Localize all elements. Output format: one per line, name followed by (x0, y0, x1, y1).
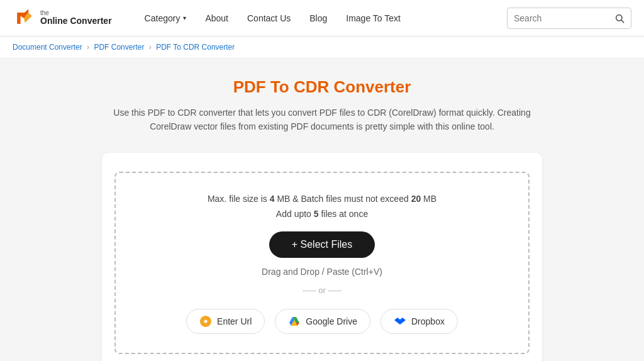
source-buttons: Enter Url Google Drive (186, 309, 458, 334)
or-divider: ----- or ----- (303, 286, 341, 295)
logo[interactable]: the Online Converter (13, 7, 112, 30)
dropbox-button[interactable]: Dropbox (380, 309, 458, 334)
search-input[interactable] (508, 13, 608, 23)
logo-name: Online Converter (40, 16, 112, 26)
nav-item-image-to-text[interactable]: Image To Text (338, 9, 408, 27)
search-icon (614, 13, 625, 23)
google-drive-icon (288, 315, 301, 328)
header: the Online Converter Category ▾ About Co… (0, 0, 644, 36)
logo-icon (13, 7, 35, 30)
breadcrumb-current[interactable]: PDF To CDR Converter (156, 43, 235, 52)
logo-text: the Online Converter (40, 9, 112, 26)
upload-zone[interactable]: Max. file size is 4 MB & Batch files mus… (114, 172, 530, 355)
main-content: PDF To CDR Converter Use this PDF to CDR… (0, 58, 644, 361)
nav-item-category[interactable]: Category ▾ (137, 9, 194, 27)
breadcrumb-pdf-converter[interactable]: PDF Converter (94, 43, 144, 52)
enter-url-button[interactable]: Enter Url (186, 309, 265, 334)
google-drive-button[interactable]: Google Drive (275, 309, 370, 334)
nav-item-about[interactable]: About (197, 9, 236, 27)
svg-line-4 (621, 20, 624, 23)
chevron-down-icon: ▾ (183, 14, 186, 21)
url-icon (199, 315, 212, 328)
select-files-button[interactable]: + Select Files (269, 231, 375, 258)
main-nav: Category ▾ About Contact Us Blog Image T… (137, 9, 507, 27)
page-description: Use this PDF to CDR converter that lets … (108, 106, 536, 134)
drag-drop-text: Drag and Drop / Paste (Ctrl+V) (262, 267, 382, 277)
breadcrumb-document-converter[interactable]: Document Converter (13, 43, 82, 52)
nav-item-blog[interactable]: Blog (302, 9, 335, 27)
breadcrumb-sep-1: › (87, 43, 89, 52)
upload-card: Max. file size is 4 MB & Batch files mus… (102, 153, 542, 361)
page-title: PDF To CDR Converter (13, 77, 631, 97)
breadcrumb: Document Converter › PDF Converter › PDF… (0, 36, 644, 58)
dropbox-icon (394, 315, 406, 328)
svg-point-6 (204, 320, 208, 323)
nav-item-contact[interactable]: Contact Us (240, 9, 298, 27)
breadcrumb-sep-2: › (149, 43, 152, 52)
file-size-info: Max. file size is 4 MB & Batch files mus… (208, 192, 436, 222)
search-button[interactable] (608, 13, 631, 23)
search-box (507, 8, 631, 29)
